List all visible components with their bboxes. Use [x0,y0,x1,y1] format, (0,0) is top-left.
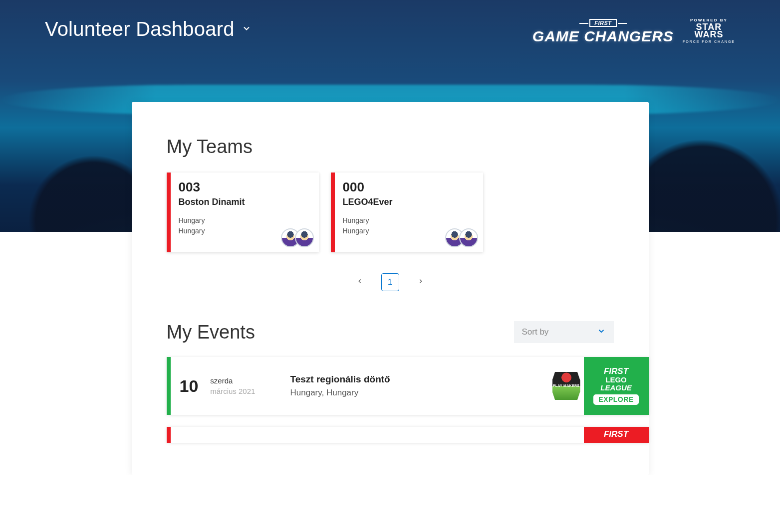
my-events-heading: My Events [167,322,255,343]
sort-by-select[interactable]: Sort by [514,321,614,343]
star-wars-logo: POWERED BY STAR WARS FORCE FOR CHANGE [683,18,735,43]
sw-line2: WARS [683,31,735,38]
event-accent [167,427,171,443]
league-badge-explore: FIRST LEGO LEAGUE EXPLORE [584,357,649,415]
brand-logos: FIRST GAME CHANGERS POWERED BY STAR WARS… [532,18,735,44]
event-date: 10 szerda március 2021 [171,357,290,415]
event-location: Hungary, Hungary [290,388,549,398]
first-badge: FIRST [589,19,616,27]
event-month-year: március 2021 [210,387,255,395]
league-first: FIRST [604,367,628,376]
event-weekday: szerda [210,376,255,385]
sort-placeholder: Sort by [522,327,549,337]
team-card[interactable]: 003 Boston Dinamit Hungary Hungary [167,173,319,252]
page-title: Volunteer Dashboard [45,18,235,40]
league-badge: FIRST [584,427,649,443]
chevron-down-icon [597,327,606,338]
league-lego: LEGO [605,376,627,384]
event-accent [167,357,171,415]
events-header: My Events Sort by [167,321,614,343]
sw-subtitle: FORCE FOR CHANGE [683,40,735,43]
event-title: Teszt Regionális Döntő [290,429,549,440]
event-title: Teszt regionális döntő [290,374,549,385]
topbar: Volunteer Dashboard FIRST GAME CHANGERS … [0,0,780,44]
game-changers-logo: FIRST GAME CHANGERS [532,18,674,44]
event-info: Teszt regionális döntő Hungary, Hungary [290,357,549,415]
league-league: LEAGUE [600,384,632,392]
prev-page-button[interactable] [353,275,366,290]
pagination: 1 [167,273,614,291]
team-avatars [281,228,314,247]
brand-title: GAME CHANGERS [532,29,674,44]
my-teams-heading: My Teams [167,136,614,158]
page-number[interactable]: 1 [381,273,399,291]
chevron-down-icon [242,23,252,35]
avatar-icon [459,228,478,247]
team-name: Boston Dinamit [179,197,311,207]
main-panel: My Teams 003 Boston Dinamit Hungary Hung… [132,102,649,475]
team-card[interactable]: 000 LEGO4Ever Hungary Hungary [331,173,483,252]
event-card[interactable]: 10 szerda március 2021 Teszt regionális … [167,357,649,415]
league-variant: EXPLORE [593,394,638,405]
team-id: 003 [179,179,311,195]
playmakers-icon [552,372,580,400]
avatar-icon [295,228,314,247]
event-badge [549,357,584,415]
event-day: 10 [180,376,199,396]
team-grid: 003 Boston Dinamit Hungary Hungary 000 L… [167,173,614,252]
event-card[interactable]: Teszt Regionális Döntő FIRST [167,427,649,443]
next-page-button[interactable] [414,275,427,290]
dashboard-switcher[interactable]: Volunteer Dashboard [45,18,252,40]
league-first: FIRST [604,430,628,439]
team-name: LEGO4Ever [343,197,475,207]
team-id: 000 [343,179,475,195]
team-avatars [445,228,478,247]
